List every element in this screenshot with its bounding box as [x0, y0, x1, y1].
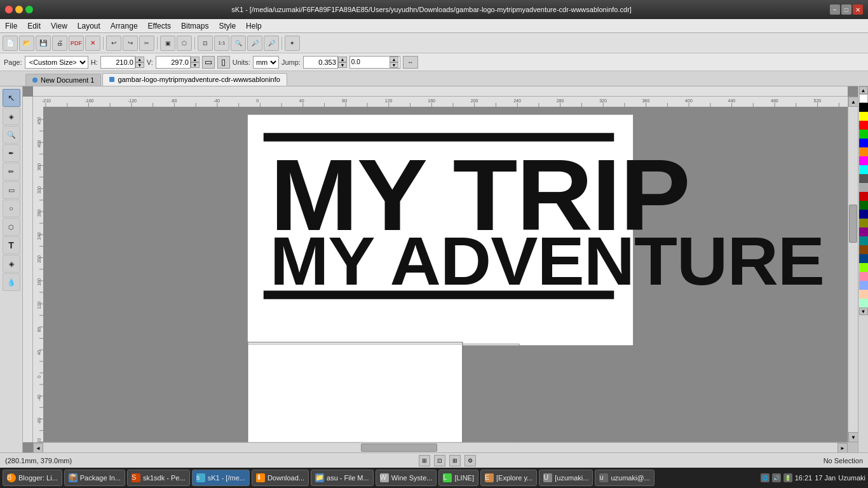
new-button[interactable]: 📄: [3, 36, 18, 51]
open-button[interactable]: 📂: [19, 36, 34, 51]
print-button[interactable]: 🖨: [52, 36, 67, 51]
height-up[interactable]: ▲: [135, 57, 144, 62]
taskbar-asu[interactable]: 📁 asu - File M...: [311, 470, 374, 486]
menu-style[interactable]: Style: [214, 19, 241, 32]
select-all-button[interactable]: ▣: [160, 36, 175, 51]
scroll-h-thumb[interactable]: [361, 444, 437, 452]
palette-color-green[interactable]: [859, 130, 868, 139]
close-doc-button[interactable]: ✕: [85, 36, 100, 51]
height-input[interactable]: [100, 56, 135, 69]
palette-color-mint[interactable]: [859, 299, 868, 308]
close-button[interactable]: ✕: [853, 4, 863, 15]
cut-button[interactable]: ✂: [139, 36, 154, 51]
height-down[interactable]: ▼: [135, 62, 144, 68]
group-button[interactable]: ⬡: [177, 36, 192, 51]
taskbar-wine[interactable]: W Wine Syste...: [376, 470, 437, 486]
palette-color-blue[interactable]: [859, 139, 868, 147]
taskbar-uzumaki1[interactable]: U [uzumaki...: [539, 470, 593, 486]
width-spinner[interactable]: ▲ ▼: [191, 57, 200, 68]
jump-input[interactable]: [303, 56, 338, 69]
select-tool-button[interactable]: ↖: [3, 89, 20, 107]
scroll-v-thumb[interactable]: [849, 205, 857, 243]
menu-arrange[interactable]: Arrange: [105, 19, 143, 32]
menu-edit[interactable]: Edit: [22, 19, 46, 32]
palette-color-purple[interactable]: [859, 227, 868, 236]
palette-color-darkblue[interactable]: [859, 210, 868, 219]
palette-color-white[interactable]: [859, 94, 868, 103]
ellipse-tool-button[interactable]: ○: [3, 200, 20, 217]
scroll-v-up[interactable]: ▲: [848, 97, 858, 107]
palette-color-peach[interactable]: [859, 290, 868, 299]
taskbar-downloads[interactable]: ⬇ Download...: [252, 470, 309, 486]
rect-tool-button[interactable]: ▭: [3, 181, 20, 199]
palette-color-black[interactable]: [859, 103, 868, 112]
palette-color-darkred[interactable]: [859, 192, 868, 201]
export-pdf-button[interactable]: PDF: [69, 36, 84, 51]
canvas-area[interactable]: // Ruler ticks will be drawn by JS below: [23, 86, 858, 452]
undo-button[interactable]: ↩: [106, 36, 121, 51]
palette-color-ltblue[interactable]: [859, 281, 868, 290]
text-tool-button[interactable]: T: [3, 236, 20, 254]
portrait-button[interactable]: ▭: [202, 56, 215, 69]
zoom-in-button[interactable]: 🔍: [231, 36, 246, 51]
angle-down[interactable]: ▼: [390, 62, 398, 68]
palette-color-yellow[interactable]: [859, 112, 868, 121]
snap-grid-button[interactable]: ⊞: [419, 455, 430, 466]
palette-scroll-up[interactable]: ▲: [859, 86, 868, 94]
palette-scroll-down[interactable]: ▼: [859, 308, 868, 315]
landscape-button[interactable]: ▯: [217, 56, 230, 69]
tab-cdr-file[interactable]: gambar-logo-mytripmyadventure-cdr-wwwsab…: [102, 73, 287, 86]
scrollbar-horizontal[interactable]: ◄ ►: [33, 442, 848, 452]
max-dot[interactable]: [25, 6, 33, 13]
zoom-out-button[interactable]: 🔎: [247, 36, 262, 51]
palette-color-orange[interactable]: [859, 147, 868, 156]
width-input[interactable]: [156, 56, 191, 69]
jump-down[interactable]: ▼: [338, 62, 347, 68]
menu-effects[interactable]: Effects: [143, 19, 176, 32]
taskbar-blogger[interactable]: B Blogger: Li...: [3, 470, 62, 486]
node-tool-button[interactable]: ◈: [3, 107, 20, 125]
redo-button[interactable]: ↪: [123, 36, 138, 51]
freehand-tool-button[interactable]: ✏: [3, 163, 20, 180]
min-dot[interactable]: [15, 6, 23, 13]
palette-color-magenta[interactable]: [859, 156, 868, 165]
palette-color-cyan[interactable]: [859, 165, 868, 174]
zoom-100-button[interactable]: 1:1: [214, 36, 229, 51]
palette-color-red[interactable]: [859, 121, 868, 130]
width-down[interactable]: ▼: [191, 62, 200, 68]
menu-help[interactable]: Help: [241, 19, 267, 32]
palette-color-lgray[interactable]: [859, 183, 868, 192]
menu-view[interactable]: View: [46, 19, 72, 32]
palette-color-dgray[interactable]: [859, 174, 868, 183]
taskbar-sk1me[interactable]: s sK1 - [/me...: [192, 470, 250, 486]
taskbar-explore[interactable]: E [Explore y...: [480, 470, 537, 486]
viewport[interactable]: MY TRIP MY ADVENTURE: [33, 97, 848, 442]
menu-layout[interactable]: Layout: [72, 19, 105, 32]
menu-bitmaps[interactable]: Bitmaps: [176, 19, 214, 32]
taskbar-line[interactable]: L [LINE]: [438, 470, 478, 486]
maximize-button[interactable]: □: [841, 4, 851, 15]
taskbar-sk1sdk[interactable]: S sk1sdk - Pe...: [127, 470, 190, 486]
layers-button[interactable]: ⊞: [449, 455, 461, 466]
snap-button[interactable]: ⊡: [434, 455, 445, 466]
mirror-button[interactable]: ↔: [403, 56, 418, 69]
taskbar-uzumaki2[interactable]: u uzumaki@...: [595, 470, 654, 486]
close-dot[interactable]: [5, 6, 13, 13]
pen-tool-button[interactable]: ✒: [3, 144, 20, 162]
width-up[interactable]: ▲: [191, 57, 200, 62]
palette-color-brown[interactable]: [859, 245, 868, 254]
zoom-fit-button[interactable]: ⊡: [198, 36, 213, 51]
polygon-tool-button[interactable]: ⬡: [3, 218, 20, 236]
palette-color-teal[interactable]: [859, 236, 868, 245]
tab-new-document[interactable]: New Document 1: [25, 74, 101, 86]
height-spinner[interactable]: ▲ ▼: [135, 57, 144, 68]
palette-color-lime[interactable]: [859, 263, 868, 272]
document-canvas[interactable]: MY TRIP MY ADVENTURE: [33, 97, 848, 442]
palette-color-navy[interactable]: [859, 254, 868, 263]
eyedrop-tool-button[interactable]: 💧: [3, 273, 20, 291]
fill-tool-button[interactable]: ◈: [3, 255, 20, 273]
save-button[interactable]: 💾: [36, 36, 51, 51]
scroll-h-right[interactable]: ►: [837, 443, 848, 452]
scroll-h-track[interactable]: [43, 443, 837, 452]
scroll-h-left[interactable]: ◄: [33, 443, 43, 452]
